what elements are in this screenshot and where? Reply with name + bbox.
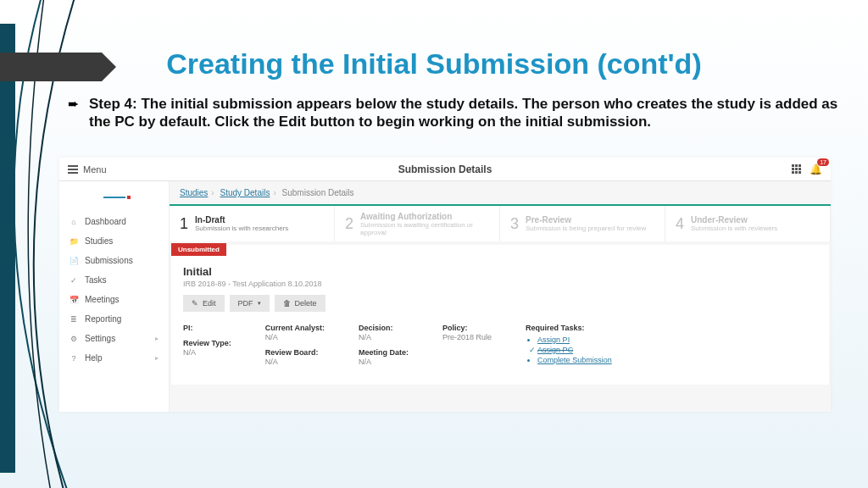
task-assign-pc[interactable]: Assign PC xyxy=(537,346,612,354)
crumb-studies[interactable]: Studies xyxy=(180,188,208,197)
gear-icon: ⚙ xyxy=(70,335,78,343)
status-badge: Unsubmitted xyxy=(171,243,226,256)
value-meeting-date: N/A xyxy=(359,358,409,366)
notifications-icon[interactable]: 🔔17 xyxy=(810,164,822,175)
step-awaiting-auth[interactable]: 2 Awaiting AuthorizationSubmission is aw… xyxy=(335,206,500,241)
menu-label: Menu xyxy=(83,164,107,175)
required-tasks: Required Tasks: Assign PI Assign PC Comp… xyxy=(526,324,612,373)
step-under-review[interactable]: 4 Under-ReviewSubmission is with reviewe… xyxy=(665,206,831,241)
details-grid: PI: Review Type: N/A Current Analyst: N/… xyxy=(183,324,817,373)
nav-studies[interactable]: 📁Studies xyxy=(59,231,169,251)
bullet-arrow-icon: ➨ xyxy=(68,95,79,131)
label-policy: Policy: xyxy=(442,324,492,332)
submission-card: Unsubmitted Initial IRB 2018-89 - Test A… xyxy=(171,245,829,385)
value-policy: Pre-2018 Rule xyxy=(442,333,492,341)
nav-submissions[interactable]: 📄Submissions xyxy=(59,251,169,270)
breadcrumb: Studies› Study Details› Submission Detai… xyxy=(170,181,831,204)
value-decision: N/A xyxy=(359,333,409,341)
chevron-right-icon: ▸ xyxy=(155,354,159,362)
home-icon: ⌂ xyxy=(70,218,78,226)
left-nav: ⌂Dashboard 📁Studies 📄Submissions ✓Tasks … xyxy=(59,181,170,412)
caret-down-icon: ▾ xyxy=(258,300,261,307)
nav-dashboard[interactable]: ⌂Dashboard xyxy=(59,212,169,231)
submission-title: Initial xyxy=(183,265,817,278)
workflow-stepper: 1 In-DraftSubmission is with researchers… xyxy=(170,204,831,241)
app-screenshot: Menu Submission Details 🔔17 ⌂Dashboard 📁… xyxy=(59,158,831,412)
label-analyst: Current Analyst: xyxy=(265,324,325,332)
step-pre-review[interactable]: 3 Pre-ReviewSubmission is being prepared… xyxy=(500,206,665,241)
file-icon: 📄 xyxy=(70,257,78,265)
nav-settings[interactable]: ⚙Settings▸ xyxy=(59,329,169,348)
nav-help[interactable]: ?Help▸ xyxy=(59,348,169,368)
hamburger-icon xyxy=(68,165,78,174)
delete-button[interactable]: 🗑Delete xyxy=(275,295,326,312)
value-analyst: N/A xyxy=(265,333,325,341)
value-review-type: N/A xyxy=(183,348,231,357)
chevron-right-icon: ▸ xyxy=(155,335,159,342)
page-header-title: Submission Details xyxy=(59,164,831,175)
edit-button[interactable]: ✎Edit xyxy=(183,295,225,312)
brand-logo xyxy=(59,190,169,205)
crumb-current: Submission Details xyxy=(282,188,354,197)
label-meeting-date: Meeting Date: xyxy=(359,348,409,357)
calendar-icon: 📅 xyxy=(70,296,78,304)
bullet-text: Step 4: The initial submission appears b… xyxy=(89,95,843,131)
menu-button[interactable]: Menu xyxy=(68,164,107,175)
bullet-line: ➨ Step 4: The initial submission appears… xyxy=(68,95,843,131)
main-panel: Studies› Study Details› Submission Detai… xyxy=(170,181,831,412)
required-tasks-heading: Required Tasks: xyxy=(526,324,612,332)
report-icon: ≣ xyxy=(70,315,78,324)
nav-meetings[interactable]: 📅Meetings xyxy=(59,290,169,309)
app-topbar: Menu Submission Details 🔔17 xyxy=(59,158,831,181)
label-decision: Decision: xyxy=(359,324,409,332)
apps-grid-icon[interactable] xyxy=(792,164,801,174)
pencil-icon: ✎ xyxy=(192,299,198,308)
task-assign-pi[interactable]: Assign PI xyxy=(537,336,612,344)
notification-badge: 17 xyxy=(817,158,829,166)
folder-icon: 📁 xyxy=(70,237,78,246)
slide-accent-bar xyxy=(0,24,15,473)
check-icon: ✓ xyxy=(70,276,78,285)
task-complete-submission[interactable]: Complete Submission xyxy=(537,356,612,364)
value-review-board: N/A xyxy=(265,358,325,366)
label-review-board: Review Board: xyxy=(265,348,325,357)
label-pi: PI: xyxy=(183,324,231,332)
step-in-draft[interactable]: 1 In-DraftSubmission is with researchers xyxy=(170,206,335,241)
help-icon: ? xyxy=(70,354,78,363)
crumb-study-details[interactable]: Study Details xyxy=(220,188,270,197)
nav-reporting[interactable]: ≣Reporting xyxy=(59,309,169,329)
trash-icon: 🗑 xyxy=(283,299,291,308)
label-review-type: Review Type: xyxy=(183,339,231,347)
slide-title: Creating the Initial Submission (cont'd) xyxy=(0,47,868,80)
nav-tasks[interactable]: ✓Tasks xyxy=(59,270,169,290)
pdf-button[interactable]: PDF▾ xyxy=(230,295,270,312)
submission-subtitle: IRB 2018-89 - Test Application 8.10.2018 xyxy=(183,280,817,288)
